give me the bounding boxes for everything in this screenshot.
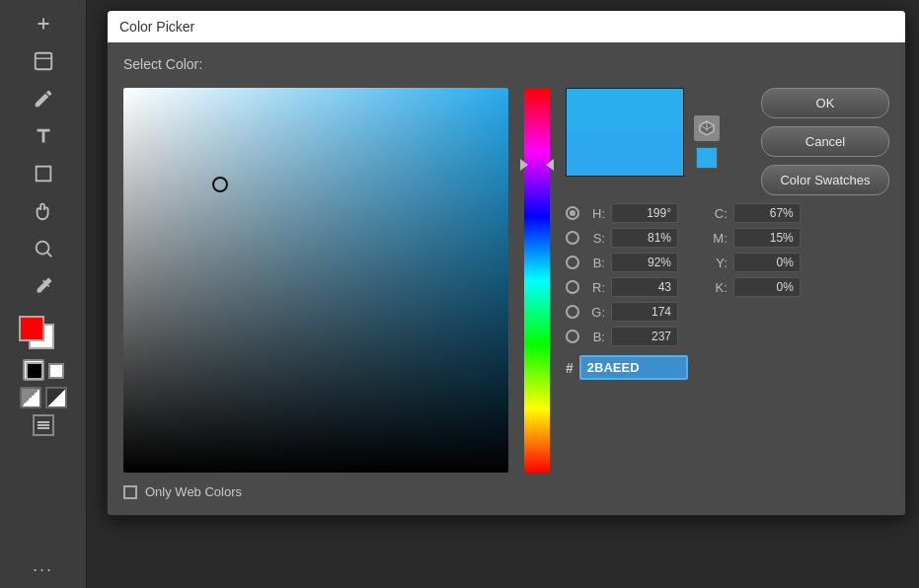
tool-shape[interactable] <box>26 156 61 191</box>
hue-arrow-left <box>520 159 528 171</box>
input-g[interactable] <box>611 302 678 322</box>
preview-row <box>566 88 720 177</box>
current-color-small[interactable] <box>696 147 718 169</box>
tool-select[interactable] <box>26 43 61 79</box>
field-row-m: M: <box>704 228 801 248</box>
field-row-g: G: <box>566 302 688 322</box>
svg-rect-2 <box>36 167 50 182</box>
right-panel: OK Cancel Color Swatches H: <box>566 88 889 380</box>
swap-colors[interactable] <box>45 387 67 408</box>
checkbox-row: Only Web Colors <box>123 484 889 499</box>
cancel-button[interactable]: Cancel <box>761 126 889 157</box>
field-row-c: C: <box>704 203 801 223</box>
color-preview-old <box>567 132 683 176</box>
svg-rect-5 <box>38 421 49 423</box>
svg-rect-6 <box>38 424 49 426</box>
color-preview-new <box>567 89 683 132</box>
hue-arrow-right <box>546 159 554 171</box>
tool-pen[interactable] <box>26 81 61 116</box>
web-safe-cube-icon[interactable] <box>694 115 720 141</box>
color-fg-bg[interactable] <box>19 316 68 355</box>
ok-button[interactable]: OK <box>761 88 889 118</box>
input-s[interactable] <box>611 228 678 248</box>
radio-r[interactable] <box>566 280 579 294</box>
field-row-r: R: <box>566 277 688 297</box>
color-picker-dialog: Color Picker Select Color: <box>107 10 906 516</box>
color-swatches-area <box>19 316 68 436</box>
picker-cursor <box>212 177 228 192</box>
only-web-colors-label: Only Web Colors <box>145 484 242 499</box>
color-swatches-button[interactable]: Color Swatches <box>761 165 889 195</box>
dialog-titlebar: Color Picker <box>108 11 905 42</box>
fields-section: H: S: B: <box>566 203 889 380</box>
svg-line-4 <box>46 253 51 257</box>
tool-hand[interactable] <box>26 193 61 229</box>
input-k[interactable] <box>733 277 801 297</box>
tool-layers[interactable] <box>33 414 54 436</box>
radio-b[interactable] <box>566 256 579 269</box>
preview-side-icons <box>694 115 720 169</box>
input-blue[interactable] <box>611 327 678 346</box>
radio-s[interactable] <box>566 231 579 245</box>
only-web-colors-checkbox[interactable] <box>123 485 137 499</box>
input-y[interactable] <box>733 253 801 272</box>
radio-blue[interactable] <box>566 330 579 343</box>
tool-zoom[interactable] <box>26 231 61 266</box>
svg-rect-7 <box>38 427 49 429</box>
field-row-h: H: <box>566 203 688 223</box>
field-row-s: S: <box>566 228 688 248</box>
toolbar: ··· <box>0 0 87 588</box>
field-row-k: K: <box>704 277 801 297</box>
background-swatch[interactable] <box>48 363 64 379</box>
svg-point-3 <box>36 242 48 255</box>
input-h[interactable] <box>611 203 678 223</box>
fields-left: H: S: B: <box>566 203 688 380</box>
tool-move[interactable] <box>26 6 61 41</box>
gradient-picker-inner[interactable] <box>123 88 508 473</box>
dialog-title: Color Picker <box>119 19 194 35</box>
gradient-picker[interactable] <box>123 88 508 473</box>
radio-h[interactable] <box>566 206 579 220</box>
input-c[interactable] <box>733 203 801 223</box>
default-colors[interactable] <box>20 387 41 408</box>
more-tools[interactable]: ··· <box>33 559 53 580</box>
hex-input[interactable] <box>579 355 688 380</box>
radio-g[interactable] <box>566 305 579 319</box>
input-r[interactable] <box>611 277 678 297</box>
hue-slider-container[interactable] <box>520 88 554 473</box>
tool-type[interactable] <box>26 118 61 154</box>
fields-right: C: M: Y: K: <box>704 203 801 380</box>
color-preview <box>566 88 684 177</box>
buttons-col: OK Cancel Color Swatches <box>761 88 889 195</box>
hex-row: # <box>566 355 688 380</box>
field-row-y: Y: <box>704 253 801 272</box>
select-color-label: Select Color: <box>123 56 889 72</box>
svg-rect-0 <box>35 53 51 70</box>
field-row-blue: B: <box>566 327 688 346</box>
input-b[interactable] <box>611 253 678 272</box>
hue-slider[interactable] <box>524 88 550 473</box>
field-row-b: B: <box>566 253 688 272</box>
foreground-swatch[interactable] <box>23 359 44 381</box>
tool-eyedropper[interactable] <box>26 268 61 304</box>
input-m[interactable] <box>733 228 801 248</box>
